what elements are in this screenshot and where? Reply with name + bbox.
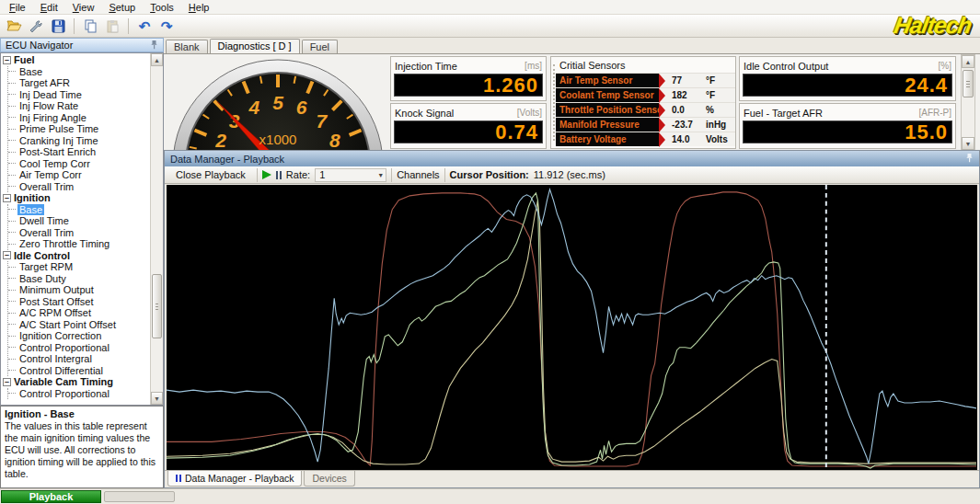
tree-item-a-c-rpm-offset[interactable]: A/C RPM Offset <box>8 307 149 319</box>
tree-item-overall-trim[interactable]: Overall Trim <box>8 181 149 193</box>
menu-file[interactable]: File <box>2 1 33 14</box>
tree-item-minimum-output[interactable]: Minimum Output <box>8 284 149 296</box>
sensor-value: 14.0 <box>665 132 702 146</box>
meter-unit: [%] <box>939 61 951 71</box>
sensor-row-throttle-position-sensor: Throttle Position Sensor0.0% <box>556 102 735 117</box>
tree-item-inj-dead-time[interactable]: Inj Dead Time <box>8 89 149 101</box>
paste-icon[interactable] <box>103 17 121 35</box>
tree-item-control-proportional[interactable]: Control Proportional <box>8 388 149 400</box>
tree-group-variable-cam-timing[interactable]: –Variable Cam Timing <box>3 376 149 388</box>
gauge-number-6: 6 <box>296 97 307 118</box>
tree-item-air-temp-corr[interactable]: Air Temp Corr <box>8 169 149 181</box>
tab-fuel[interactable]: Fuel <box>302 40 338 53</box>
tab-data-manager-playback[interactable]: Data Manager - Playback <box>167 471 302 487</box>
collapse-icon[interactable]: – <box>3 251 11 259</box>
red-arrow-icon <box>659 74 665 88</box>
undo-icon[interactable]: ↶ <box>135 17 154 35</box>
scroll-thumb[interactable] <box>152 274 162 338</box>
tree-item-cool-temp-corr[interactable]: Cool Temp Corr <box>8 158 149 170</box>
menu-setup[interactable]: Setup <box>101 1 143 14</box>
collapse-icon[interactable]: – <box>3 56 11 64</box>
tree-item-cranking-inj-time[interactable]: Cranking Inj Time <box>8 135 149 147</box>
knock-signal-meter: Knock Signal[Volts] 0.74 <box>390 103 547 149</box>
meter-label: Injection Time <box>395 61 457 72</box>
playback-toolbar: Close Playback Rate: 1 ▼ Channels Cursor… <box>165 166 979 184</box>
waveform-chart[interactable] <box>167 185 977 470</box>
panel-drag-handle[interactable] <box>553 64 555 141</box>
copy-icon[interactable] <box>81 17 99 35</box>
collapse-icon[interactable]: – <box>3 194 11 202</box>
ecu-navigator-title: ECU Navigator <box>6 40 73 51</box>
page-tab-bar: Blank Diagnostics [ D ] Fuel <box>166 38 340 53</box>
scroll-up-arrow[interactable]: ▲ <box>962 55 974 68</box>
tree-item-control-differential[interactable]: Control Differential <box>8 365 149 377</box>
trace-green-channel <box>167 193 976 468</box>
menu-edit[interactable]: Edit <box>33 1 65 14</box>
tree-group-ignition[interactable]: –Ignition <box>3 192 149 204</box>
fuel-target-afr-meter: Fuel - Target AFR[AFR-P] 15.0 <box>739 103 956 149</box>
tree-item-post-start-offset[interactable]: Post Start Offset <box>8 296 149 308</box>
open-file-icon[interactable] <box>5 17 23 35</box>
tab-blank[interactable]: Blank <box>166 40 208 53</box>
pause-icon <box>176 475 181 482</box>
tree-item-prime-pulse-time[interactable]: Prime Pulse Time <box>8 123 149 135</box>
tree-item-inj-firing-angle[interactable]: Inj Firing Angle <box>8 112 149 124</box>
red-arrow-icon <box>659 88 665 103</box>
scroll-down-arrow[interactable]: ▼ <box>962 137 974 150</box>
tree-item-base-duty[interactable]: Base Duty <box>8 273 149 285</box>
menu-bar: File Edit View Setup Tools Help <box>0 0 980 15</box>
tab-diagnostics[interactable]: Diagnostics [ D ] <box>210 39 300 54</box>
pin-icon[interactable] <box>965 153 974 165</box>
redo-icon[interactable]: ↷ <box>157 17 176 35</box>
collapse-icon[interactable]: – <box>3 378 11 386</box>
dashboard-scrollbar[interactable]: ▲ ▼ <box>961 54 975 151</box>
sensor-unit: % <box>702 103 714 117</box>
menu-help[interactable]: Help <box>181 1 217 14</box>
scroll-up-arrow[interactable]: ▲ <box>151 53 163 66</box>
tree-group-fuel[interactable]: –Fuel <box>3 54 149 66</box>
tree-item-target-rpm[interactable]: Target RPM <box>8 261 149 273</box>
ecu-navigator-tree: –FuelBaseTarget AFRInj Dead TimeInj Flow… <box>0 52 164 406</box>
menu-view[interactable]: View <box>65 1 102 14</box>
tree-item-zero-throttle-timing[interactable]: Zero Throttle Timing <box>8 238 149 250</box>
playback-status-button[interactable]: Playback <box>1 490 101 503</box>
meter-value: 24.4 <box>743 74 952 97</box>
tune-wrench-icon[interactable] <box>27 17 45 35</box>
tree-group-idle-control[interactable]: –Idle Control <box>3 250 149 262</box>
tree-scrollbar[interactable]: ▲ ▼ <box>150 53 163 405</box>
pin-icon[interactable] <box>150 40 158 52</box>
sensor-row-battery-voltage: Battery Voltage14.0Volts <box>556 132 735 146</box>
play-icon[interactable] <box>262 170 271 179</box>
tree-item-control-proportional[interactable]: Control Proportional <box>8 342 149 354</box>
rate-dropdown[interactable]: 1 ▼ <box>315 168 386 182</box>
tree-item-base[interactable]: Base <box>8 66 149 78</box>
status-progress-box <box>104 491 175 502</box>
menu-tools[interactable]: Tools <box>143 1 181 14</box>
meter-unit: [Volts] <box>517 108 542 118</box>
tree-item-control-intergral[interactable]: Control Intergral <box>8 353 149 365</box>
tree-item-overall-trim[interactable]: Overall Trim <box>8 227 149 239</box>
scroll-thumb[interactable] <box>963 70 974 97</box>
idle-control-output-meter: Idle Control Output[%] 24.4 <box>739 56 956 101</box>
pause-icon[interactable] <box>276 171 282 179</box>
tree-item-dwell-time[interactable]: Dwell Time <box>8 215 149 227</box>
scroll-down-arrow[interactable]: ▼ <box>151 392 163 405</box>
close-playback-button[interactable]: Close Playback <box>169 168 252 181</box>
tab-devices[interactable]: Devices <box>304 471 354 487</box>
channels-button[interactable]: Channels <box>397 169 439 180</box>
main-toolbar: ↶ ↷ <box>0 15 980 38</box>
save-icon[interactable] <box>49 17 67 35</box>
sensor-value: -23.7 <box>665 118 702 132</box>
tree-item-post-start-enrich[interactable]: Post-Start Enrich <box>8 146 149 158</box>
haltech-logo: Haltech <box>892 12 973 39</box>
tree-item-a-c-start-point-offset[interactable]: A/C Start Point Offset <box>8 319 149 331</box>
critical-sensors-panel: Critial Sensors Air Temp Sensor77°FCoola… <box>550 56 736 149</box>
tree-item-base[interactable]: Base <box>8 204 149 216</box>
tree-item-inj-flow-rate[interactable]: Inj Flow Rate <box>8 100 149 112</box>
tree-item-ignition-correction[interactable]: Ignition Correction <box>8 330 149 342</box>
playback-title-bar: Data Manager - Playback <box>165 151 979 166</box>
sensor-unit: inHg <box>702 118 726 132</box>
meter-unit: [AFR-P] <box>918 108 951 118</box>
meter-value: 15.0 <box>743 120 952 143</box>
tree-item-target-afr[interactable]: Target AFR <box>8 77 149 89</box>
